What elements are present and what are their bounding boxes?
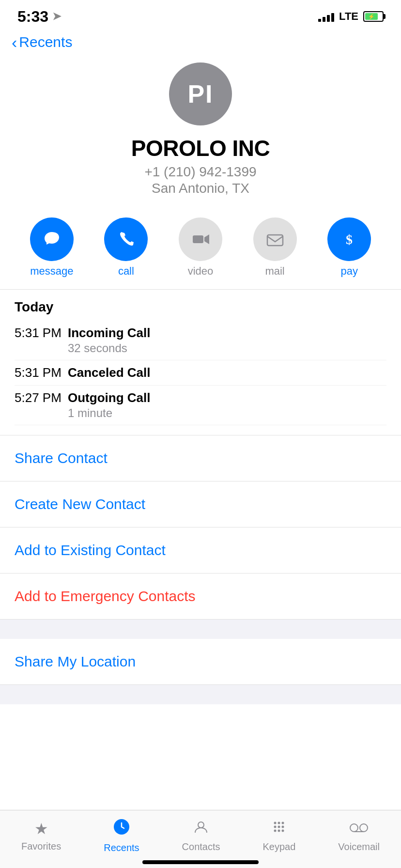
tab-voicemail-label: Voicemail bbox=[338, 841, 380, 852]
svg-point-8 bbox=[274, 826, 277, 828]
tab-recents-label: Recents bbox=[104, 842, 139, 853]
svg-point-9 bbox=[278, 826, 280, 828]
svg-point-14 bbox=[350, 824, 358, 832]
video-circle bbox=[179, 217, 222, 261]
call-time-3: 5:27 PM bbox=[15, 390, 68, 405]
contact-header: PI POROLO INC +1 (210) 942-1399 San Anto… bbox=[0, 58, 401, 208]
message-circle bbox=[30, 217, 74, 261]
call-history-section: Today 5:31 PM Incoming Call 32 seconds 5… bbox=[0, 290, 401, 425]
time-display: 5:33 bbox=[17, 8, 48, 26]
status-right: LTE ⚡ bbox=[318, 10, 384, 23]
svg-rect-0 bbox=[193, 235, 203, 243]
tab-bar: ★ Favorites Recents Contacts bbox=[0, 810, 401, 868]
call-type-3: Outgoing Call bbox=[68, 390, 386, 405]
call-label: call bbox=[118, 265, 134, 278]
avatar: PI bbox=[169, 62, 232, 125]
avatar-initials: PI bbox=[187, 79, 213, 108]
favorites-icon: ★ bbox=[34, 820, 48, 838]
tab-recents[interactable]: Recents bbox=[104, 818, 139, 853]
back-label: Recents bbox=[19, 34, 72, 50]
chevron-left-icon: ‹ bbox=[12, 34, 17, 50]
message-label: message bbox=[30, 265, 73, 278]
lte-label: LTE bbox=[339, 10, 358, 23]
status-bar: 5:33 ➤ LTE ⚡ bbox=[0, 0, 401, 29]
svg-point-11 bbox=[274, 830, 277, 832]
svg-point-5 bbox=[274, 822, 277, 824]
tab-voicemail[interactable]: Voicemail bbox=[338, 820, 380, 852]
tab-contacts-label: Contacts bbox=[182, 841, 220, 852]
share-contact-label: Share Contact bbox=[15, 450, 108, 466]
status-time: 5:33 ➤ bbox=[17, 8, 61, 26]
svg-point-15 bbox=[360, 824, 368, 832]
pay-circle: $ bbox=[327, 217, 371, 261]
call-duration-3: 1 minute bbox=[68, 406, 386, 420]
back-navigation[interactable]: ‹ Recents bbox=[0, 29, 401, 58]
call-info-1: Incoming Call 32 seconds bbox=[68, 326, 386, 355]
call-info-3: Outgoing Call 1 minute bbox=[68, 390, 386, 420]
tab-keypad-label: Keypad bbox=[263, 841, 296, 852]
message-icon bbox=[42, 229, 62, 249]
pay-label: pay bbox=[340, 265, 357, 278]
location-arrow-icon: ➤ bbox=[52, 10, 61, 23]
svg-point-12 bbox=[278, 830, 280, 832]
add-to-existing-contact-button[interactable]: Add to Existing Contact bbox=[0, 527, 401, 574]
contact-location: San Antonio, TX bbox=[152, 181, 249, 196]
video-label: video bbox=[188, 265, 214, 278]
mail-label: mail bbox=[265, 265, 284, 278]
section-break bbox=[0, 620, 401, 639]
video-action-button[interactable]: video bbox=[179, 217, 222, 278]
svg-point-13 bbox=[282, 830, 284, 832]
create-new-contact-label: Create New Contact bbox=[15, 496, 145, 512]
call-circle bbox=[104, 217, 148, 261]
mail-icon bbox=[265, 230, 285, 249]
svg-point-7 bbox=[282, 822, 284, 824]
call-info-2: Canceled Call bbox=[68, 365, 386, 380]
call-type-2: Canceled Call bbox=[68, 365, 386, 380]
add-to-emergency-label: Add to Emergency Contacts bbox=[15, 588, 196, 604]
home-indicator bbox=[142, 860, 259, 864]
svg-point-4 bbox=[198, 822, 204, 828]
svg-point-10 bbox=[282, 826, 284, 828]
contact-phone: +1 (210) 942-1399 bbox=[144, 164, 256, 180]
call-type-1: Incoming Call bbox=[68, 326, 386, 341]
call-row-canceled: 5:31 PM Canceled Call bbox=[15, 360, 386, 386]
share-location-label: Share My Location bbox=[15, 653, 136, 669]
battery-icon: ⚡ bbox=[363, 11, 384, 22]
share-contact-button[interactable]: Share Contact bbox=[0, 435, 401, 481]
svg-rect-1 bbox=[267, 235, 283, 246]
create-new-contact-button[interactable]: Create New Contact bbox=[0, 481, 401, 527]
call-row-incoming: 5:31 PM Incoming Call 32 seconds bbox=[15, 321, 386, 360]
svg-text:$: $ bbox=[346, 232, 353, 247]
voicemail-icon bbox=[349, 820, 369, 838]
signal-icon bbox=[318, 11, 334, 22]
mail-action-button[interactable]: mail bbox=[253, 217, 297, 278]
tab-favorites-label: Favorites bbox=[21, 841, 61, 852]
back-button[interactable]: ‹ Recents bbox=[12, 34, 386, 50]
call-row-outgoing: 5:27 PM Outgoing Call 1 minute bbox=[15, 386, 386, 425]
section-break-2 bbox=[0, 685, 401, 704]
call-history-title: Today bbox=[15, 299, 386, 315]
pay-icon: $ bbox=[339, 230, 359, 249]
action-buttons-row: message call video mail bbox=[0, 208, 401, 290]
tab-contacts[interactable]: Contacts bbox=[182, 819, 220, 852]
pay-action-button[interactable]: $ pay bbox=[327, 217, 371, 278]
add-to-emergency-button[interactable]: Add to Emergency Contacts bbox=[0, 574, 401, 620]
recents-icon bbox=[113, 818, 130, 839]
message-action-button[interactable]: message bbox=[30, 217, 74, 278]
tab-favorites[interactable]: ★ Favorites bbox=[21, 820, 61, 852]
mail-circle bbox=[253, 217, 297, 261]
video-icon bbox=[191, 230, 210, 249]
call-duration-1: 32 seconds bbox=[68, 341, 386, 355]
call-action-button[interactable]: call bbox=[104, 217, 148, 278]
tab-keypad[interactable]: Keypad bbox=[263, 819, 296, 852]
keypad-icon bbox=[271, 819, 287, 838]
call-time-1: 5:31 PM bbox=[15, 326, 68, 341]
contacts-icon bbox=[193, 819, 209, 838]
call-icon bbox=[116, 230, 136, 249]
call-time-2: 5:31 PM bbox=[15, 365, 68, 380]
contact-name: POROLO INC bbox=[131, 135, 270, 161]
share-location-button[interactable]: Share My Location bbox=[0, 639, 401, 685]
add-to-existing-label: Add to Existing Contact bbox=[15, 542, 166, 558]
svg-point-6 bbox=[278, 822, 280, 824]
